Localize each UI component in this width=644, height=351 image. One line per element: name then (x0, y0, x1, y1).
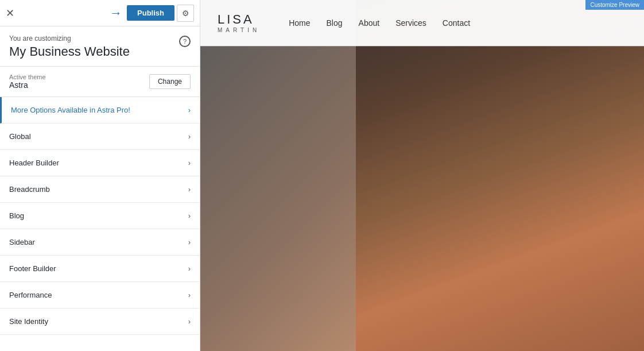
menu-item-label-astra-pro: More Options Available in Astra Pro! (11, 106, 130, 114)
customizer-panel: ✕ → Publish ⚙ You are customizing My Bus… (0, 0, 200, 351)
chevron-right-icon-astra-pro: › (188, 106, 191, 114)
nav-divider (200, 46, 644, 47)
menu-item-label-header-builder: Header Builder (9, 159, 59, 167)
chevron-right-icon-header-builder: › (188, 159, 191, 167)
publish-button[interactable]: Publish (127, 5, 174, 21)
chevron-right-icon-sidebar: › (188, 238, 191, 246)
customizing-text-block: You are customizing My Business Website (9, 34, 130, 59)
chevron-right-icon-performance: › (188, 291, 191, 299)
nav-link-contact[interactable]: Contact (443, 18, 470, 28)
logo-name: LISA (218, 12, 260, 27)
menu-item-performance[interactable]: Performance› (0, 282, 200, 308)
settings-gear-button[interactable]: ⚙ (177, 5, 194, 22)
customizing-section: You are customizing My Business Website … (0, 26, 200, 67)
menu-item-sidebar[interactable]: Sidebar› (0, 229, 200, 256)
menu-item-label-footer-builder: Footer Builder (9, 264, 56, 273)
menu-item-site-identity[interactable]: Site Identity› (0, 308, 200, 335)
change-theme-button[interactable]: Change (149, 74, 191, 89)
nav-link-home[interactable]: Home (289, 18, 310, 28)
menu-item-label-blog: Blog (9, 211, 24, 220)
hero-background (200, 0, 644, 351)
menu-item-footer-builder[interactable]: Footer Builder› (0, 256, 200, 282)
customizing-label: You are customizing (9, 34, 130, 43)
close-button[interactable]: ✕ (6, 8, 14, 18)
menu-item-label-site-identity: Site Identity (9, 317, 48, 326)
menu-list: More Options Available in Astra Pro!›Glo… (0, 97, 200, 351)
active-theme-section: Active theme Astra Change (0, 67, 200, 97)
menu-item-label-sidebar: Sidebar (9, 238, 35, 246)
nav-link-services[interactable]: Services (395, 18, 426, 28)
chevron-right-icon-site-identity: › (188, 317, 191, 326)
menu-item-blog[interactable]: Blog› (0, 203, 200, 229)
help-icon-button[interactable]: ? (179, 36, 191, 47)
theme-info: Active theme Astra (9, 74, 46, 90)
nav-link-about[interactable]: About (359, 18, 380, 28)
menu-item-label-performance: Performance (9, 291, 52, 299)
chevron-right-icon-footer-builder: › (188, 264, 191, 273)
logo-surname: MARTIN (218, 27, 260, 34)
chevron-right-icon-blog: › (188, 211, 191, 220)
theme-label: Active theme (9, 74, 46, 80)
preview-navbar: LISA MARTIN HomeBlogAboutServicesContact (200, 0, 644, 46)
close-icon: ✕ (6, 7, 14, 19)
top-bar: ✕ → Publish ⚙ (0, 0, 200, 26)
menu-item-label-global: Global (9, 132, 31, 141)
menu-item-breadcrumb[interactable]: Breadcrumb› (0, 176, 200, 203)
arrow-icon: → (110, 6, 122, 21)
gear-icon: ⚙ (182, 9, 189, 18)
menu-item-header-builder[interactable]: Header Builder› (0, 150, 200, 176)
nav-links: HomeBlogAboutServicesContact (289, 18, 470, 28)
hero-person-silhouette (356, 0, 644, 351)
site-logo: LISA MARTIN (218, 12, 260, 34)
preview-banner: Customize Preview (585, 0, 644, 10)
site-name: My Business Website (9, 44, 130, 59)
nav-link-blog[interactable]: Blog (327, 18, 343, 28)
preview-panel: Customize Preview LISA MARTIN HomeBlogAb… (200, 0, 644, 351)
menu-item-global[interactable]: Global› (0, 124, 200, 150)
menu-item-astra-pro[interactable]: More Options Available in Astra Pro!› (0, 97, 200, 124)
chevron-right-icon-breadcrumb: › (188, 185, 191, 194)
chevron-right-icon-global: › (188, 132, 191, 141)
theme-name: Astra (9, 80, 46, 90)
menu-item-label-breadcrumb: Breadcrumb (9, 185, 50, 194)
